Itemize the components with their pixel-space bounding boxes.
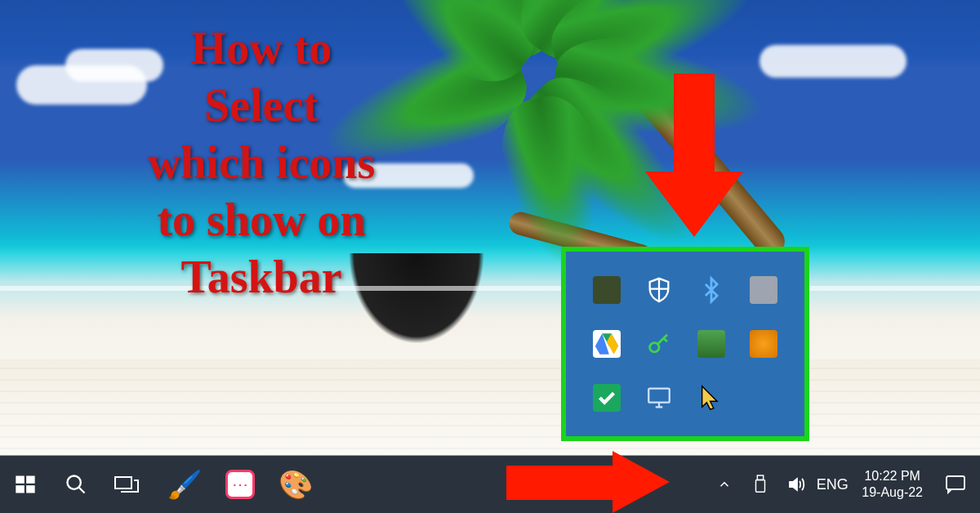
svg-rect-4 (16, 485, 24, 493)
clock-date: 19-Aug-22 (862, 484, 923, 501)
sand-decoration (0, 359, 980, 456)
cloud-decoration (760, 45, 906, 78)
title-line: which icons (33, 134, 490, 191)
clock[interactable]: 10:22 PM 19-Aug-22 (850, 468, 934, 501)
tray-flyout-highlight (561, 247, 809, 441)
language-indicator[interactable]: ENG (814, 456, 850, 513)
search-button[interactable] (51, 456, 101, 513)
svg-rect-8 (758, 475, 764, 480)
svg-rect-1 (648, 389, 670, 403)
antivirus-shield-icon[interactable] (697, 330, 725, 358)
svg-rect-7 (115, 477, 131, 488)
usb-device-icon[interactable] (742, 456, 778, 513)
remote-display-icon[interactable] (645, 384, 673, 412)
task-view-button[interactable] (101, 456, 152, 513)
pencil-app[interactable]: 🖌️ (157, 456, 212, 513)
tray-overflow-chevron-icon[interactable] (706, 456, 742, 513)
mouse-cursor-icon[interactable] (697, 384, 725, 412)
app-glyph: ⋯ (225, 470, 255, 499)
action-center-icon[interactable] (934, 456, 977, 513)
recorder-app[interactable]: ⋯ (212, 456, 268, 513)
security-key-icon[interactable] (645, 330, 673, 358)
taskbar-pinned-apps: 🖌️ ⋯ 🎨 (157, 456, 323, 513)
clock-time: 10:22 PM (864, 468, 920, 484)
google-drive-icon[interactable] (593, 330, 621, 358)
svg-point-0 (650, 343, 659, 352)
paint-app[interactable]: 🎨 (268, 456, 323, 513)
taskbar-right: ENG 10:22 PM 19-Aug-22 (706, 456, 980, 513)
app-glyph: 🎨 (278, 468, 313, 501)
title-line: Taskbar (33, 248, 490, 306)
svg-rect-2 (16, 476, 24, 484)
volume-icon[interactable] (778, 456, 814, 513)
taskbar-left (0, 456, 152, 513)
taskbar: 🖌️ ⋯ 🎨 ENG 10:22 PM 19-Aug-22 (0, 456, 980, 513)
title-line: How to (33, 20, 490, 77)
app-glyph: 🖌️ (167, 468, 202, 501)
svg-rect-5 (26, 485, 34, 493)
title-line: Select (33, 77, 490, 134)
cloud-sync-icon[interactable] (593, 384, 621, 412)
annotation-arrow-down (645, 74, 743, 237)
safely-remove-hardware-icon[interactable] (750, 276, 777, 304)
user-account-icon[interactable] (593, 276, 621, 304)
svg-point-6 (68, 476, 81, 489)
svg-rect-3 (26, 476, 34, 484)
title-overlay: How to Select which icons to show on Tas… (33, 20, 490, 306)
title-line: to show on (33, 191, 490, 248)
svg-rect-10 (947, 476, 964, 489)
windows-security-icon[interactable] (645, 276, 673, 304)
svg-rect-9 (756, 480, 765, 493)
disc-burner-icon[interactable] (750, 330, 777, 358)
bluetooth-icon[interactable] (697, 276, 725, 304)
annotation-arrow-right (506, 454, 670, 510)
start-button[interactable] (0, 456, 51, 513)
